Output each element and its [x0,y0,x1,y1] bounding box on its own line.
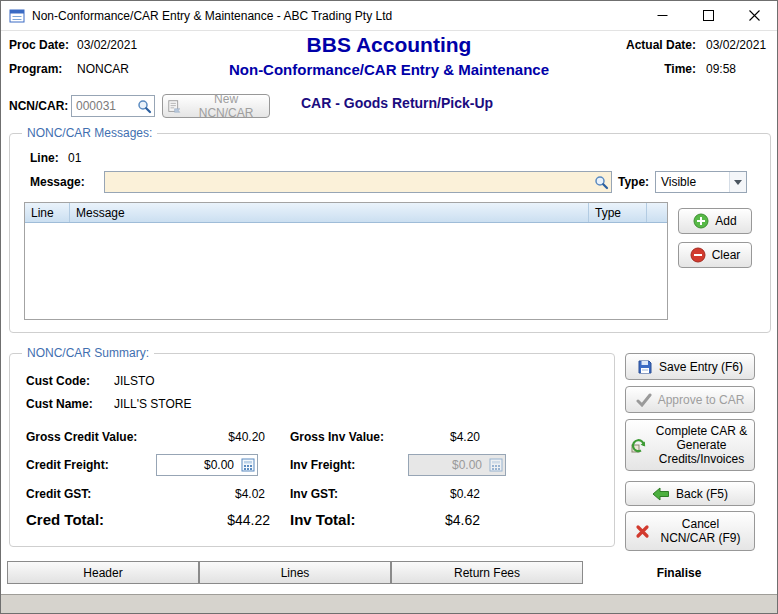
approve-to-car-button[interactable]: Approve to CAR [625,386,755,413]
column-header-line: Line [25,203,70,222]
cancel-x-icon [635,524,650,539]
cred-total-label: Cred Total: [26,511,104,528]
tab-header-label: Header [83,566,122,580]
complete-car-label: Complete CAR & Generate Credits/Invoices [653,424,750,466]
ncn-lookup-button[interactable] [135,96,154,116]
column-header-type: Type [589,203,647,222]
line-value: 01 [68,151,81,165]
new-ncn-car-button[interactable]: New NCN/CAR [162,94,270,118]
ncn-car-field[interactable] [71,95,155,117]
cancel-ncn-car-button[interactable]: Cancel NCN/CAR (F9) [625,511,755,551]
chevron-down-icon [729,172,746,192]
minimize-icon [657,10,668,21]
tab-return-fees-label: Return Fees [454,566,520,580]
inv-freight-calculator-button [486,455,505,475]
clear-button-label: Clear [712,248,741,262]
column-header-message: Message [70,203,589,222]
message-input[interactable] [105,175,592,189]
ncn-car-label: NCN/CAR: [9,99,68,113]
calculator-icon [489,458,503,472]
title-bar: Non-Conformance/CAR Entry & Maintenance … [1,1,777,31]
cust-code-label: Cust Code: [26,374,90,388]
status-bar [1,594,777,613]
message-lookup-button[interactable] [592,172,611,192]
clear-button[interactable]: Clear [678,242,752,268]
messages-table-body [25,223,667,319]
approve-check-icon [636,393,652,407]
inv-freight-input [409,458,486,472]
gross-inv-label: Gross Inv Value: [290,430,384,444]
tab-lines-label: Lines [281,566,310,580]
new-document-icon [167,99,181,114]
tab-header[interactable]: Header [7,561,199,584]
app-window: Non-Conformance/CAR Entry & Maintenance … [0,0,778,614]
summary-groupbox: NONC/CAR Summary: Cust Code: JILSTO Cust… [9,353,615,547]
save-floppy-icon [637,359,653,375]
column-header-extra [647,203,667,222]
credit-freight-calculator-button[interactable] [238,455,257,475]
maximize-button[interactable] [685,1,731,30]
cust-name-label: Cust Name: [26,397,93,411]
window-title: Non-Conformance/CAR Entry & Maintenance … [32,9,392,23]
credit-freight-input[interactable] [157,458,238,472]
messages-table: Line Message Type [24,202,668,320]
calculator-icon [241,458,255,472]
type-selected-value: Visible [656,175,729,189]
inv-freight-label: Inv Freight: [290,458,355,472]
credit-gst-label: Credit GST: [26,487,91,501]
maximize-icon [703,10,714,21]
tab-finalise-label: Finalise [657,566,702,580]
cust-name-value: JILL'S STORE [114,397,191,411]
tab-finalise[interactable]: Finalise [583,561,775,584]
gross-credit-label: Gross Credit Value: [26,430,137,444]
credit-gst-value: $4.02 [150,487,265,501]
inv-gst-label: Inv GST: [290,487,338,501]
add-button-label: Add [715,214,736,228]
save-entry-label: Save Entry (F6) [659,360,743,374]
new-ncn-car-label: New NCN/CAR [187,92,265,120]
ncn-car-input[interactable] [72,99,135,113]
search-icon [594,175,609,190]
gross-credit-value: $40.20 [150,430,265,444]
tab-return-fees[interactable]: Return Fees [391,561,583,584]
actual-date-label: Actual Date: [596,38,696,52]
credit-freight-label: Credit Freight: [26,458,109,472]
search-icon [137,99,152,114]
back-label: Back (F5) [676,487,728,501]
close-icon [749,10,760,21]
time-label: Time: [596,62,696,76]
gross-inv-value: $4.20 [380,430,480,444]
tab-lines[interactable]: Lines [199,561,391,584]
close-button[interactable] [731,1,777,30]
message-label: Message: [30,175,85,189]
actual-date-value: 03/02/2021 [706,38,766,52]
cancel-ncn-car-label: Cancel NCN/CAR (F9) [656,517,746,545]
app-icon [9,8,25,24]
car-mode-text: CAR - Goods Return/Pick-Up [301,95,493,111]
generate-refresh-icon [630,437,647,454]
back-button[interactable]: Back (F5) [625,481,755,506]
summary-group-title: NONC/CAR Summary: [22,346,154,360]
inv-total-label: Inv Total: [290,511,356,528]
type-select[interactable]: Visible [655,171,747,193]
add-button[interactable]: Add [678,208,752,234]
inv-total-value: $4.62 [375,512,480,528]
complete-car-button[interactable]: Complete CAR & Generate Credits/Invoices [625,419,755,471]
inv-freight-field [408,454,506,476]
time-value: 09:58 [706,62,736,76]
clear-minus-icon [690,247,706,263]
back-arrow-icon [652,487,670,501]
messages-group-title: NONC/CAR Messages: [22,126,157,140]
message-field[interactable] [104,171,612,193]
line-label: Line: [30,151,59,165]
cred-total-value: $44.22 [150,512,270,528]
add-plus-icon [693,213,709,229]
save-entry-button[interactable]: Save Entry (F6) [625,353,755,380]
approve-to-car-label: Approve to CAR [658,393,745,407]
messages-table-header: Line Message Type [25,203,667,223]
inv-gst-value: $0.42 [380,487,480,501]
credit-freight-field[interactable] [156,454,258,476]
type-label: Type: [618,175,649,189]
messages-groupbox: NONC/CAR Messages: Line: 01 Message: Typ… [9,133,771,333]
minimize-button[interactable] [639,1,685,30]
